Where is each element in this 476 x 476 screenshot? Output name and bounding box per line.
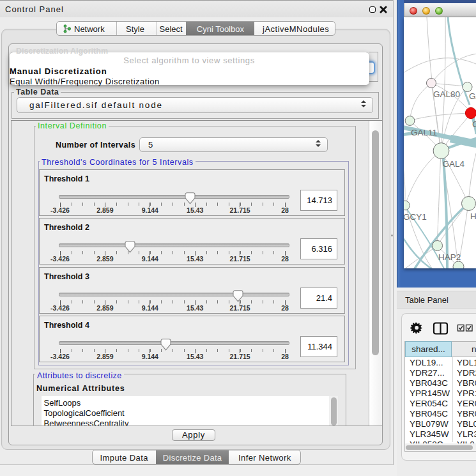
svg-text:GAL80: GAL80 (433, 89, 460, 99)
svg-text:GA: GA (469, 91, 476, 101)
svg-text:GCY1: GCY1 (404, 212, 427, 222)
svg-text:C: C (472, 119, 476, 129)
svg-text:HAP2: HAP2 (438, 252, 461, 262)
svg-text:GAL4: GAL4 (443, 159, 465, 169)
svg-text:H: H (470, 211, 476, 221)
svg-text:GAL11: GAL11 (411, 128, 437, 137)
